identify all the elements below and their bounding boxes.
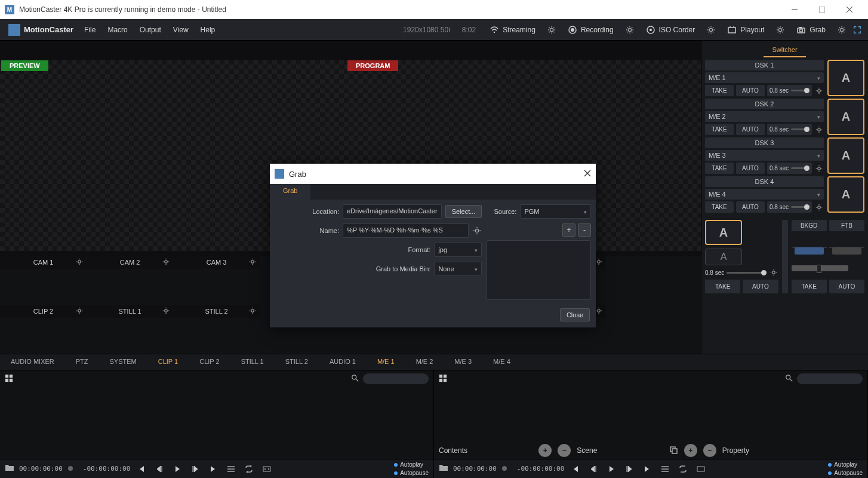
menu-output[interactable]: Output [134,23,167,36]
transition-a-alt[interactable]: A [705,249,742,265]
transition-slider[interactable] [727,272,766,274]
streaming-button[interactable]: Streaming [483,22,542,38]
dsk-auto-button[interactable]: AUTO [736,201,765,213]
tbar[interactable] [792,247,827,248]
scene-add-button[interactable]: + [684,444,697,457]
clip-icon[interactable] [694,463,707,475]
tab-audio-mixer[interactable]: AUDIO MIXER [0,354,65,370]
transition-settings[interactable] [769,269,778,276]
dsk-slider[interactable] [791,206,809,208]
play-button[interactable] [605,463,618,475]
autopause-toggle[interactable]: Autopause [394,469,429,477]
menu-help[interactable]: Help [195,23,221,36]
select-button[interactable]: Select... [445,205,482,218]
dsk-me-select[interactable]: M/E 1 [705,72,824,83]
tab-system[interactable]: SYSTEM [99,354,147,370]
dsk-me-select[interactable]: M/E 2 [705,111,824,122]
bkgd-button[interactable]: BKGD [792,220,827,231]
autoplay-toggle[interactable]: Autoplay [394,461,429,469]
grab-settings-button[interactable] [833,26,850,34]
mediabin-select[interactable]: None [434,262,482,276]
source-select[interactable]: PGM [520,204,591,219]
menu-file[interactable]: File [78,23,101,36]
grab-button[interactable]: Grab [790,22,832,38]
dsk-take-button[interactable]: TAKE [705,163,734,174]
isocorder-button[interactable]: ISO Corder [639,22,702,38]
gear-icon[interactable] [249,307,256,316]
dsk-me-select[interactable]: M/E 4 [705,189,824,200]
source-clip2[interactable]: CLIP 2 [0,305,87,354]
location-input[interactable]: eDrive/Imágenes/MotionCaster [343,204,442,219]
switcher-tab[interactable]: Switcher [764,43,805,57]
source-cam1[interactable]: CAM 1 [0,256,87,305]
gear-icon[interactable] [76,307,83,316]
search-icon[interactable] [785,374,793,384]
gear-icon[interactable] [595,258,602,267]
playout-settings-button[interactable] [772,26,789,34]
tab-clip-1[interactable]: CLIP 1 [147,354,189,370]
ftb-button[interactable]: FTB [829,220,864,231]
maximize-button[interactable] [808,0,836,19]
step-fwd-button[interactable] [623,463,636,475]
ftb-auto-button[interactable]: AUTO [829,280,864,293]
loop-icon[interactable] [242,463,256,475]
source-still2[interactable]: STILL 2 [173,305,260,354]
step-fwd-button[interactable] [189,463,202,475]
grid-view-icon[interactable] [5,374,13,384]
autopause-toggle[interactable]: Autopause [828,469,863,477]
dsk-a-button[interactable]: A [827,176,864,213]
source-cam3[interactable]: CAM 3 [173,256,260,305]
clip-icon[interactable] [260,463,273,475]
folder-icon[interactable] [439,464,448,474]
dsk-settings-button[interactable] [814,85,824,96]
dsk-take-button[interactable]: TAKE [705,85,734,96]
dsk-take-button[interactable]: TAKE [705,201,734,213]
menu-view[interactable]: View [167,23,195,36]
tab-m-e-1[interactable]: M/E 1 [367,354,405,370]
dialog-tab-grab[interactable]: Grab [270,184,310,200]
list-icon[interactable] [224,463,238,475]
tab-m-e-2[interactable]: M/E 2 [405,354,444,370]
tab-m-e-4[interactable]: M/E 4 [482,354,521,370]
format-select[interactable]: jpg [434,243,482,257]
dsk-settings-button[interactable] [814,124,824,135]
ftb-tbar[interactable] [829,247,864,248]
iso-settings-button[interactable] [703,26,719,34]
tab-m-e-3[interactable]: M/E 3 [444,354,482,370]
main-take-button[interactable]: TAKE [705,280,740,293]
step-back-button[interactable] [153,463,166,475]
source-list[interactable] [487,240,591,300]
dsk-a-button[interactable]: A [827,137,864,174]
close-window-button[interactable] [836,0,863,19]
tab-audio-1[interactable]: AUDIO 1 [319,354,367,370]
goto-start-button[interactable] [569,463,582,475]
tab-still-2[interactable]: STILL 2 [275,354,319,370]
dsk-auto-button[interactable]: AUTO [736,124,765,135]
playout-button[interactable]: Playout [721,22,771,38]
main-auto-button[interactable]: AUTO [743,280,778,293]
dsk-auto-button[interactable]: AUTO [736,85,765,96]
expand-button[interactable] [850,26,864,34]
folder-icon[interactable] [5,464,14,474]
tab-clip-2[interactable]: CLIP 2 [189,354,230,370]
source-cam2[interactable]: CAM 2 [87,256,173,305]
dialog-close-button[interactable] [584,170,591,179]
dsk-me-select[interactable]: M/E 3 [705,150,824,161]
gear-icon[interactable] [162,307,170,316]
gear-icon[interactable] [249,258,256,267]
step-back-button[interactable] [587,463,600,475]
dsk-settings-button[interactable] [814,201,824,213]
recording-settings-button[interactable] [621,26,638,34]
dsk-a-button[interactable]: A [827,99,864,135]
contents-add-button[interactable]: + [538,444,552,457]
gear-icon[interactable] [76,258,83,267]
goto-end-button[interactable] [207,463,220,475]
goto-start-button[interactable] [135,463,148,475]
name-input[interactable]: %P %Y-%M-%D %h-%m-%s %S [343,223,469,238]
dsk-slider[interactable] [791,167,809,169]
copy-icon[interactable] [669,445,678,456]
play-button[interactable] [171,463,184,475]
loop-icon[interactable] [676,463,690,475]
dsk-settings-button[interactable] [814,163,824,174]
scene-remove-button[interactable]: − [703,444,716,457]
